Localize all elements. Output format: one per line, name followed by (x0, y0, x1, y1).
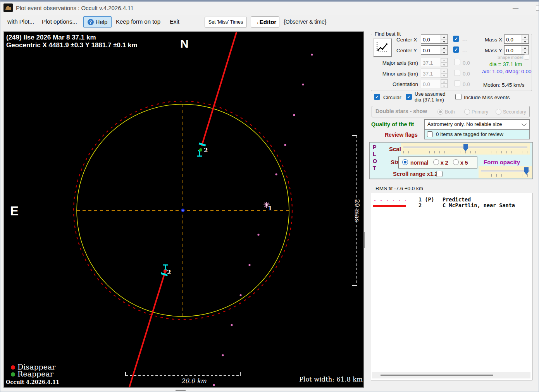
review-flags-checkbox[interactable] (427, 131, 433, 137)
scroll-range-label: Scroll range x1.25 (393, 171, 441, 177)
double-stars-both-radio[interactable] (437, 109, 443, 115)
occultation-plot-canvas[interactable]: (249) Ilse 2026 Mar 8 37.1 km Geocentric… (3, 31, 364, 388)
motion-label: Motion: 5.45 km/s (483, 82, 525, 88)
maximize-button[interactable] (536, 5, 539, 11)
center-y-field[interactable] (421, 45, 448, 55)
minor-axis-checkbox[interactable] (454, 70, 460, 76)
form-opacity-slider-thumb[interactable] (524, 167, 529, 175)
review-flags-text: 0 items are tagged for review (436, 131, 503, 137)
menu-exit[interactable]: Exit (170, 18, 179, 25)
window-title: Plot event observations : Occult v.4.202… (16, 5, 134, 11)
orientation-checkbox[interactable] (454, 80, 460, 86)
north-label: N (180, 37, 189, 50)
title-bar: Plot event observations : Occult v.4.202… (0, 2, 539, 15)
chord-id: 1 (P) (418, 196, 434, 203)
major-axis-field (421, 58, 448, 67)
size-x5-radio[interactable] (453, 159, 459, 165)
major-axis-aux: 0.0 (463, 60, 470, 66)
quality-dropdown-value: Astrometry only. No reliable size (427, 121, 502, 127)
center-y-checkbox[interactable]: ✓ (453, 46, 459, 53)
shape-model-checkbox[interactable] (524, 54, 529, 60)
plot-vertical-t: T (373, 165, 376, 171)
fit-chart-icon (376, 41, 389, 54)
app-icon (3, 3, 13, 12)
chord-id: 2 (418, 202, 422, 208)
menu-with-plot[interactable]: with Plot... (7, 18, 34, 25)
disappear-legend-dot (11, 365, 15, 370)
chord-list-hscrollbar-thumb[interactable] (381, 375, 493, 376)
menu-plot-options[interactable]: Plot options... (42, 18, 77, 25)
plot-vertical-p: P (373, 144, 376, 150)
include-miss-checkbox[interactable] (455, 94, 462, 100)
chord2-label-upper: 2 (204, 147, 208, 154)
major-axis-label: Major axis (km) (382, 60, 418, 66)
use-assumed-label-line1: Use assumed (415, 91, 445, 97)
size-x2-radio[interactable] (433, 159, 439, 165)
find-best-fit-title: Find best fit (373, 31, 402, 37)
quality-of-fit-label: Quality of the fit (371, 121, 414, 127)
double-stars-primary-radio[interactable] (464, 109, 470, 115)
size-normal-label: normal (410, 160, 429, 166)
chord-list-hscrollbar[interactable] (372, 372, 530, 378)
mass-y-label: Mass Y (485, 48, 502, 53)
mass-y-field[interactable] (504, 45, 529, 55)
plot-graphics (4, 32, 363, 387)
minimize-button[interactable]: — (513, 4, 518, 11)
double-stars-primary-label: Primary (472, 109, 488, 115)
center-x-field[interactable] (421, 34, 448, 44)
center-x-checkbox[interactable]: ✓ (453, 36, 459, 42)
scale-slider[interactable] (401, 143, 530, 155)
predicted-star-label: 1 (268, 205, 272, 211)
menu-keep-form-on-top[interactable]: Keep form on top (116, 18, 160, 25)
chord-name: Predicted (443, 196, 471, 203)
size-normal-radio[interactable] (402, 159, 408, 165)
review-flags-box: 0 items are tagged for review (424, 130, 530, 139)
mass-x-label: Mass X (485, 37, 502, 43)
east-label: E (10, 204, 19, 218)
double-stars-both-label: Both (445, 109, 455, 115)
circular-label: Circular (383, 95, 401, 100)
center-y-suffix: --- (462, 48, 468, 53)
chord2-label-lower: 2 (167, 269, 171, 276)
mass-x-field[interactable] (504, 34, 529, 44)
reappear-legend-label: Reappear (17, 370, 53, 378)
form-opacity-slider[interactable] (479, 166, 532, 178)
quality-dropdown[interactable]: Astrometry only. No reliable size (424, 119, 530, 130)
predicted-line-swatch (374, 200, 406, 201)
include-miss-label: Include Miss events (464, 95, 510, 100)
size-x5-label: x 5 (460, 160, 468, 166)
use-assumed-checkbox[interactable]: ✓ (406, 94, 412, 100)
chevron-down-icon (522, 121, 527, 126)
dia-label: dia = 37.1 km (489, 61, 522, 67)
occult-plot-window: Plot event observations : Occult v.4.202… (0, 0, 539, 392)
orientation-field (421, 79, 448, 88)
center-x-suffix: --- (462, 37, 468, 43)
fit-chart-button[interactable] (373, 38, 392, 57)
double-stars-label: Double stars - show (375, 108, 427, 114)
plot-vertical-scrollbar[interactable] (364, 232, 365, 248)
major-axis-checkbox[interactable] (454, 59, 460, 65)
menu-help-button[interactable]: ? Help (83, 16, 112, 28)
minor-axis-label: Minor axis (km) (382, 71, 418, 77)
plot-version-label: Occult 4.2026.4.11 (6, 379, 59, 385)
plot-header-line2: Geocentric X 4481.9 ±0.3 Y 1881.7 ±0.1 k… (6, 41, 137, 49)
observer-time-label: {Observer & time} (284, 19, 327, 25)
scale-slider-thumb[interactable] (463, 144, 468, 151)
center-y-label: Center Y (396, 48, 417, 53)
plot-vertical-l: L (373, 151, 376, 157)
observed-line-swatch (373, 205, 406, 207)
scale-bar-label: 20.0 km (159, 377, 229, 385)
set-miss-times-button[interactable]: Set 'Miss' Times (205, 17, 247, 28)
plot-width-label: Plot width: 61.8 km (299, 376, 361, 383)
help-label: Help (96, 19, 108, 25)
center-x-label: Center X (396, 37, 417, 43)
circular-checkbox[interactable]: ✓ (374, 94, 380, 100)
plot-header-line1: (249) Ilse 2026 Mar 8 37.1 km (6, 34, 96, 41)
chord-list-panel: 1 (P) Predicted 2 C McPartlin, near Sant… (371, 193, 532, 380)
help-icon: ? (88, 19, 94, 25)
mas-scale-label: 20 mas (353, 197, 361, 224)
double-stars-secondary-radio[interactable] (496, 109, 501, 115)
scroll-range-checkbox[interactable] (436, 171, 443, 177)
editor-button[interactable]: →Editor (251, 16, 279, 28)
plot-horizontal-scrollbar[interactable] (176, 390, 186, 391)
